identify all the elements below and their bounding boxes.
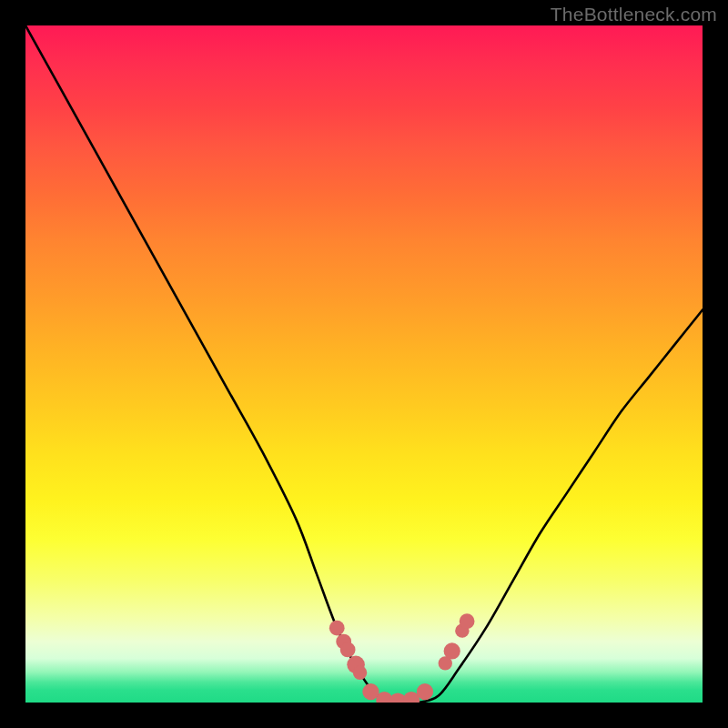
curve-marker: [460, 613, 475, 629]
curve-markers: [329, 613, 475, 703]
curve-marker: [417, 683, 433, 700]
plot-area: [25, 25, 703, 703]
curve-marker: [444, 642, 460, 659]
chart-svg: [25, 25, 703, 703]
watermark-text: TheBottleneck.com: [551, 4, 717, 25]
curve-marker: [329, 621, 345, 636]
curve-marker: [353, 666, 367, 680]
outer-frame: TheBottleneck.com: [0, 0, 728, 728]
bottleneck-curve: [25, 25, 703, 703]
curve-marker: [340, 642, 356, 658]
